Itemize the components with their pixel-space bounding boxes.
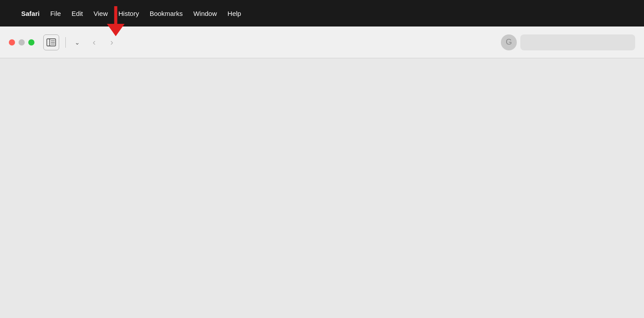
- close-button[interactable]: [9, 39, 15, 45]
- window-menu[interactable]: Window: [188, 8, 222, 19]
- tab-dropdown-button[interactable]: ⌄: [71, 36, 83, 49]
- address-bar[interactable]: [520, 34, 635, 50]
- content-area: [0, 58, 644, 318]
- sidebar-toggle-button[interactable]: [43, 34, 59, 50]
- traffic-lights: [9, 39, 34, 45]
- minimize-button[interactable]: [19, 39, 25, 45]
- back-icon: ‹: [93, 37, 96, 47]
- forward-button[interactable]: ›: [105, 35, 119, 49]
- apple-menu[interactable]: [7, 11, 16, 15]
- maximize-button[interactable]: [28, 39, 34, 45]
- back-button[interactable]: ‹: [87, 35, 101, 49]
- reload-icon: G: [506, 38, 512, 47]
- safari-menu[interactable]: Safari: [16, 8, 45, 19]
- reload-button[interactable]: G: [501, 34, 517, 50]
- bookmarks-menu[interactable]: Bookmarks: [144, 8, 188, 19]
- menu-bar: Safari File Edit View History Bookmarks …: [0, 0, 644, 26]
- chevron-down-icon: ⌄: [75, 39, 80, 46]
- forward-icon: ›: [110, 37, 114, 47]
- view-menu[interactable]: View: [88, 8, 113, 19]
- help-menu[interactable]: Help: [222, 8, 246, 19]
- history-menu[interactable]: History: [113, 8, 144, 19]
- toolbar: ⌄ ‹ › G: [0, 26, 644, 58]
- file-menu[interactable]: File: [45, 8, 66, 19]
- toolbar-divider: [65, 37, 66, 48]
- edit-menu[interactable]: Edit: [66, 8, 88, 19]
